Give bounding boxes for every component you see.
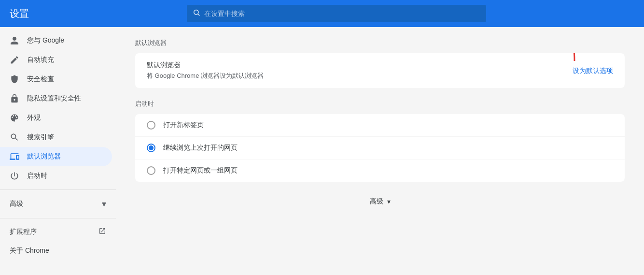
sidebar-item-google[interactable]: 您与 Google xyxy=(0,31,112,50)
sidebar-item-appearance-label: 外观 xyxy=(27,114,41,122)
browser-icon xyxy=(10,152,19,161)
startup-option-specific-label: 打开特定网页或一组网页 xyxy=(163,166,238,175)
main-layout: 您与 Google 自动填充 安全检查 隐私设置和安全性 xyxy=(0,27,644,275)
default-browser-card: 默认浏览器 将 Google Chrome 浏览器设为默认浏览器 xyxy=(135,53,625,88)
startup-option-continue[interactable]: 继续浏览上次打开的网页 xyxy=(135,137,625,159)
advanced-left: 高级 xyxy=(10,200,23,208)
radio-continue xyxy=(147,144,155,152)
power-icon xyxy=(10,171,19,181)
default-browser-row: 默认浏览器 将 Google Chrome 浏览器设为默认浏览器 xyxy=(135,53,625,88)
default-browser-section: 默认浏览器 默认浏览器 将 Google Chrome 浏览器设为默认浏览器 xyxy=(135,39,625,88)
external-link-icon xyxy=(98,227,106,237)
lock-icon xyxy=(10,94,19,103)
default-browser-info: 默认浏览器 将 Google Chrome 浏览器设为默认浏览器 xyxy=(147,61,264,80)
sidebar-extensions-label: 扩展程序 xyxy=(10,228,37,236)
sidebar: 您与 Google 自动填充 安全检查 隐私设置和安全性 xyxy=(0,27,116,275)
search-bar[interactable] xyxy=(187,5,486,22)
search-input[interactable] xyxy=(204,10,480,17)
chevron-down-icon: ▾ xyxy=(102,199,106,209)
startup-option-new-tab-label: 打开新标签页 xyxy=(163,121,204,130)
sidebar-item-privacy[interactable]: 隐私设置和安全性 xyxy=(0,89,112,108)
sidebar-item-security[interactable]: 安全检查 xyxy=(0,70,112,89)
default-browser-section-title: 默认浏览器 xyxy=(135,39,625,47)
content-area: 默认浏览器 默认浏览器 将 Google Chrome 浏览器设为默认浏览器 xyxy=(116,27,644,275)
startup-option-specific[interactable]: 打开特定网页或一组网页 xyxy=(135,159,625,182)
advanced-button[interactable]: 高级 ▾ xyxy=(370,197,391,206)
sidebar-item-autofill-label: 自动填充 xyxy=(27,56,54,64)
set-default-button[interactable]: 设为默认选项 xyxy=(573,67,613,75)
startup-section-title: 启动时 xyxy=(135,100,625,108)
sidebar-item-default-browser[interactable]: 默认浏览器 xyxy=(0,147,112,166)
header: 设置 xyxy=(0,0,644,27)
default-browser-desc: 将 Google Chrome 浏览器设为默认浏览器 xyxy=(147,72,264,80)
btn-arrow-wrapper: 设为默认选项 xyxy=(573,66,613,75)
svg-line-1 xyxy=(198,14,199,15)
sidebar-item-privacy-label: 隐私设置和安全性 xyxy=(27,94,81,103)
shield-icon xyxy=(10,74,19,84)
search-icon xyxy=(193,9,200,18)
sidebar-item-appearance[interactable]: 外观 xyxy=(0,108,112,128)
red-arrow-indicator xyxy=(555,53,584,66)
sidebar-item-default-browser-label: 默认浏览器 xyxy=(27,152,61,161)
search-nav-icon xyxy=(10,132,19,142)
startup-section: 启动时 打开新标签页 继续浏览上次打开的网页 打开特定网页或一组网页 xyxy=(135,100,625,182)
page-title: 设置 xyxy=(10,7,29,20)
sidebar-item-about[interactable]: 关于 Chrome xyxy=(0,242,116,260)
startup-option-continue-label: 继续浏览上次打开的网页 xyxy=(163,144,238,152)
sidebar-item-startup-label: 启动时 xyxy=(27,172,47,180)
startup-option-new-tab[interactable]: 打开新标签页 xyxy=(135,114,625,137)
sidebar-item-search-label: 搜索引擎 xyxy=(27,133,54,142)
chevron-down-icon-bottom: ▾ xyxy=(387,198,391,205)
palette-icon xyxy=(10,113,19,123)
sidebar-divider-2 xyxy=(0,218,116,218)
radio-new-tab xyxy=(147,121,155,130)
bottom-section: 高级 ▾ xyxy=(135,182,625,214)
sidebar-divider xyxy=(0,189,116,190)
person-icon xyxy=(10,36,19,45)
sidebar-advanced-label: 高级 xyxy=(10,200,23,208)
sidebar-item-google-label: 您与 Google xyxy=(27,36,64,45)
edit-icon xyxy=(10,55,19,65)
default-browser-name: 默认浏览器 xyxy=(147,61,264,70)
sidebar-item-autofill[interactable]: 自动填充 xyxy=(0,50,112,70)
radio-specific xyxy=(147,166,155,175)
sidebar-item-advanced[interactable]: 高级 ▾ xyxy=(0,194,116,214)
sidebar-item-security-label: 安全检查 xyxy=(27,75,54,84)
sidebar-about-label: 关于 Chrome xyxy=(10,246,49,255)
sidebar-item-search[interactable]: 搜索引擎 xyxy=(0,128,112,147)
advanced-button-label: 高级 xyxy=(370,197,383,206)
sidebar-item-startup[interactable]: 启动时 xyxy=(0,166,112,186)
startup-card: 打开新标签页 继续浏览上次打开的网页 打开特定网页或一组网页 xyxy=(135,114,625,182)
sidebar-item-extensions[interactable]: 扩展程序 xyxy=(0,222,116,242)
